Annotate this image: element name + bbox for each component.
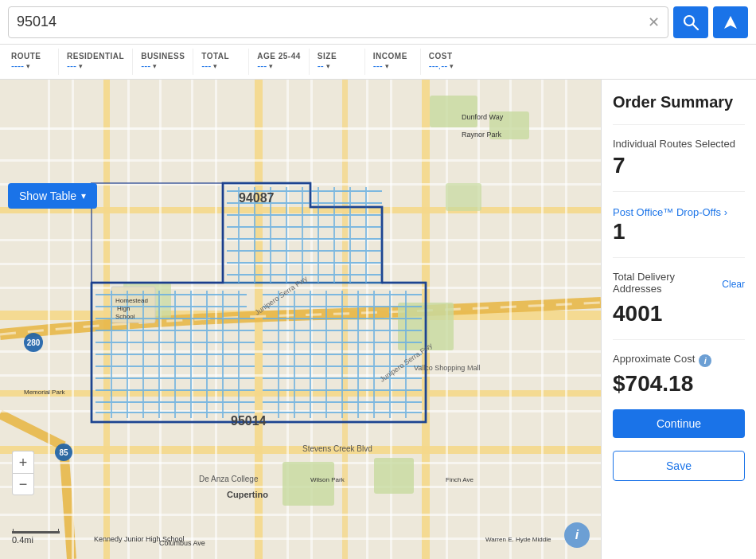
clear-search-button[interactable]: ✕	[648, 15, 660, 29]
svg-rect-46	[446, 183, 481, 211]
filter-cost-value: ---.-- ▾	[429, 61, 454, 72]
filter-business-value: --- ▾	[141, 61, 157, 72]
approx-cost-row: Approximate Cost i	[613, 353, 745, 368]
search-input[interactable]	[17, 14, 648, 30]
svg-text:Dunford Way: Dunford Way	[462, 113, 504, 121]
filter-size-value: -- ▾	[318, 61, 330, 72]
svg-rect-34	[366, 80, 368, 559]
clear-link[interactable]: Clear	[722, 279, 745, 290]
filter-size-label: SIZE	[318, 52, 337, 61]
chevron-down-icon: ▾	[269, 62, 273, 70]
chevron-down-icon: ▾	[326, 62, 330, 70]
save-button[interactable]: Save	[613, 451, 745, 481]
svg-text:Wilson Park: Wilson Park	[310, 476, 345, 483]
delivery-addresses-value: 4001	[613, 301, 745, 326]
filter-residential-value: --- ▾	[67, 61, 83, 72]
navigation-icon	[723, 14, 738, 30]
filter-business[interactable]: BUSINESS --- ▾	[133, 49, 193, 75]
svg-text:School: School	[115, 313, 135, 320]
show-table-button[interactable]: Show Table ▾	[8, 183, 97, 209]
individual-routes-value: 7	[613, 153, 745, 178]
drop-offs-value: 1	[613, 219, 745, 244]
svg-text:Raynor Park: Raynor Park	[462, 131, 502, 139]
svg-text:280: 280	[27, 338, 41, 347]
chevron-down-icon: ▾	[450, 62, 454, 70]
filter-total[interactable]: TOTAL --- ▾	[193, 49, 249, 75]
filter-cost[interactable]: COST ---.-- ▾	[421, 49, 477, 75]
filter-income-value: --- ▾	[373, 61, 389, 72]
svg-text:Memorial Park: Memorial Park	[24, 389, 66, 396]
zoom-in-button[interactable]: +	[12, 451, 34, 473]
svg-rect-40	[565, 80, 567, 559]
chevron-down-icon: ▾	[213, 62, 217, 70]
scale-bar: 0.4mi	[12, 531, 60, 545]
approx-cost-label: Approximate Cost	[613, 353, 695, 365]
filter-route-label: ROUTE	[11, 52, 41, 61]
chevron-down-icon: ▾	[81, 190, 86, 201]
approx-cost-value: $704.18	[613, 371, 745, 397]
filter-residential-label: RESIDENTIAL	[67, 52, 124, 61]
svg-rect-41	[430, 96, 477, 127]
svg-point-0	[684, 16, 694, 25]
svg-text:De Anza College: De Anza College	[199, 475, 259, 483]
zoom-out-button[interactable]: −	[12, 473, 34, 495]
divider-4	[613, 339, 745, 340]
filter-residential[interactable]: RESIDENTIAL --- ▾	[59, 49, 133, 75]
map-svg: 280 85 Junipero Serra Fwy Junipero Serra…	[0, 80, 601, 559]
drop-offs-link[interactable]: Post Office™ Drop-Offs ›	[613, 206, 727, 218]
filter-age-value: --- ▾	[257, 61, 273, 72]
map-container[interactable]: 280 85 Junipero Serra Fwy Junipero Serra…	[0, 80, 601, 559]
filter-income[interactable]: INCOME --- ▾	[365, 49, 421, 75]
svg-rect-37	[477, 80, 480, 559]
svg-text:Vallco Shopping Mall: Vallco Shopping Mall	[414, 364, 480, 372]
svg-rect-31	[215, 80, 217, 559]
drop-offs-section: Post Office™ Drop-Offs › 1	[613, 205, 745, 244]
svg-line-1	[693, 25, 698, 29]
filter-route[interactable]: ROUTE ---- ▾	[3, 49, 59, 75]
info-icon: i	[575, 528, 579, 542]
filter-total-label: TOTAL	[201, 52, 229, 61]
navigation-button[interactable]	[713, 6, 748, 38]
svg-text:Homestead: Homestead	[115, 297, 148, 304]
divider-1	[613, 124, 745, 125]
svg-text:Stevens Creek Blvd: Stevens Creek Blvd	[302, 444, 372, 453]
main-area: 280 85 Junipero Serra Fwy Junipero Serra…	[0, 80, 756, 559]
continue-button[interactable]: Continue	[613, 409, 745, 438]
svg-rect-39	[541, 80, 544, 559]
filter-total-value: --- ▾	[201, 61, 217, 72]
svg-text:Kennedy Junior High School: Kennedy Junior High School	[94, 535, 185, 543]
search-button[interactable]	[673, 6, 708, 38]
svg-text:Cupertino: Cupertino	[227, 490, 268, 499]
individual-routes-label: Individual Routes Selected	[613, 138, 745, 150]
show-table-label: Show Table	[19, 190, 76, 202]
svg-marker-2	[724, 16, 737, 29]
search-bar: ✕	[0, 0, 756, 45]
filter-income-label: INCOME	[373, 52, 407, 61]
individual-routes-section: Individual Routes Selected 7	[613, 138, 745, 178]
filter-age-label: AGE 25-44	[257, 52, 301, 61]
right-panel: Order Summary Individual Routes Selected…	[601, 80, 756, 559]
approx-cost-info-button[interactable]: i	[699, 354, 711, 367]
delivery-addresses-section: Total Delivery Addresses Clear 4001	[613, 271, 745, 326]
divider-3	[613, 257, 745, 258]
svg-rect-45	[374, 458, 414, 494]
chevron-down-icon: ▾	[26, 62, 30, 70]
filter-bar: ROUTE ---- ▾ RESIDENTIAL --- ▾ BUSINESS …	[0, 45, 756, 80]
svg-rect-26	[48, 80, 50, 559]
svg-text:Warren E. Hyde Middle: Warren E. Hyde Middle	[485, 536, 551, 543]
svg-text:Finch Ave: Finch Ave	[446, 476, 474, 483]
filter-size[interactable]: SIZE -- ▾	[310, 49, 365, 75]
chevron-down-icon: ▾	[79, 62, 83, 70]
delivery-addresses-header: Total Delivery Addresses Clear	[613, 271, 745, 298]
filter-cost-label: COST	[429, 52, 453, 61]
filter-route-value: ---- ▾	[11, 61, 30, 72]
chevron-down-icon: ▾	[153, 62, 157, 70]
svg-text:85: 85	[59, 448, 68, 457]
zoom-controls: + −	[12, 451, 34, 495]
filter-age[interactable]: AGE 25-44 --- ▾	[249, 49, 310, 75]
search-icon	[683, 14, 699, 30]
panel-title: Order Summary	[613, 92, 745, 111]
scale-line	[12, 531, 60, 534]
map-info-button[interactable]: i	[564, 522, 590, 548]
search-input-wrapper: ✕	[8, 6, 668, 38]
